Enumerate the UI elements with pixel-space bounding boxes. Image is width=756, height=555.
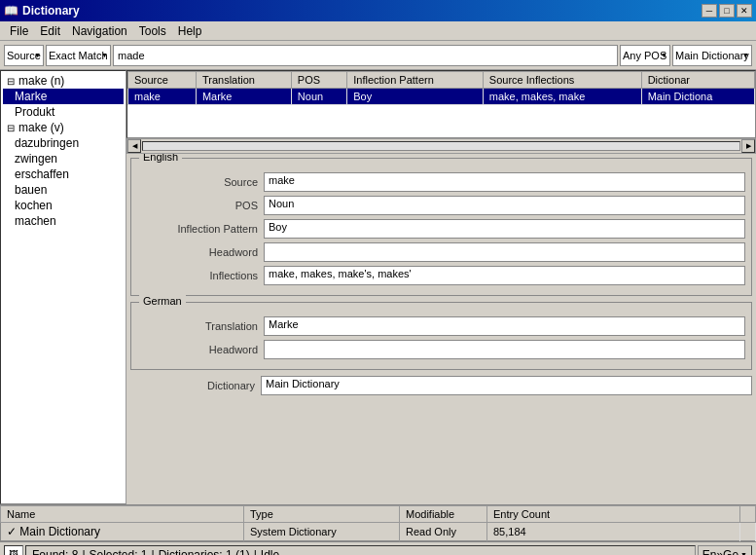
lang-button[interactable]: En»Ge ▼ [698,545,752,556]
app-icon: 📖 [4,4,18,18]
col-inflection[interactable]: Inflection Pattern [347,72,484,89]
horiz-scrollbar[interactable]: ◀ ▶ [126,138,756,154]
tree-panel: ⊟ make (n) Marke Produkt ⊟ make (v) dazu… [0,70,126,504]
results-table-wrapper: Source Translation POS Inflection Patter… [126,70,756,138]
tree-item-kochen[interactable]: kochen [3,198,124,213]
tree-item-erschaffen[interactable]: erschaffen [3,166,124,182]
tree-item-label: Produkt [15,105,54,119]
status-found: Found: 8 | Selected: 1 | Dictionaries: 1… [25,545,696,556]
tree-item-label: kochen [15,199,53,212]
menu-help[interactable]: Help [172,22,208,40]
menubar: File Edit Navigation Tools Help [0,21,756,41]
col-dictionary[interactable]: Dictionar [641,72,754,89]
tree-item-label: zwingen [15,152,57,166]
menu-file[interactable]: File [4,22,34,40]
tree-item-make-v[interactable]: ⊟ make (v) [3,120,124,135]
dict-table: Name Type Modifiable Entry Count ✓ Main … [0,505,756,541]
dictionaries-text: Dictionaries: 1 (1) [159,548,250,556]
scroll-left-btn[interactable]: ◀ [127,139,141,153]
dict-cell-name: ✓ Main Dictionary [1,523,244,541]
field-row-inflection: Inflection Pattern Boy [137,219,745,239]
menu-tools[interactable]: Tools [133,22,172,40]
tree-item-dazubringen[interactable]: dazubringen [3,135,124,151]
field-row-headword-de: Headword [137,340,745,359]
idle-text: Idle [261,548,279,556]
translation-value[interactable]: Marke [264,316,745,336]
menu-edit[interactable]: Edit [34,22,66,40]
pos-select[interactable]: Any POS [620,45,670,66]
detail-area: English Source make POS Noun Inflection … [126,154,756,504]
tree-item-machen[interactable]: machen [3,213,124,229]
dict-col-name-header[interactable]: Name [1,506,244,523]
found-text: Found: 8 [32,548,78,556]
source-label: Source [137,176,264,188]
cell-translation: Marke [196,89,291,105]
horiz-track[interactable] [142,141,740,151]
field-row-source: Source make [137,172,745,192]
source-value[interactable]: make [264,172,745,192]
english-group: English Source make POS Noun Inflection … [130,158,752,296]
right-panel: Source Translation POS Inflection Patter… [126,70,756,504]
pos-value[interactable]: Noun [264,196,745,215]
inflections-value[interactable]: make, makes, make's, makes' [264,266,745,285]
tree-item-label: dazubringen [15,136,79,150]
headword-value[interactable] [264,242,745,262]
dictionary-value[interactable]: Main Dictionary [261,376,752,395]
lang-text: En»Ge [702,548,738,556]
titlebar: 📖 Dictionary ─ □ ✕ [0,0,756,21]
field-row-inflections: Inflections make, makes, make's, makes' [137,266,745,285]
statusbar: 🖼 Found: 8 | Selected: 1 | Dictionaries:… [0,541,756,555]
col-pos[interactable]: POS [291,72,346,89]
scroll-right-btn[interactable]: ▶ [741,139,755,153]
field-row-pos: POS Noun [137,196,745,215]
col-source-inflections[interactable]: Source Inflections [483,72,641,89]
tree-item-marke[interactable]: Marke [3,89,124,104]
table-row[interactable]: make Marke Noun Boy make, makes, make Ma… [128,89,755,105]
german-group: German Translation Marke Headword [130,302,752,370]
selected-text: Selected: 1 [90,548,148,556]
tree-item-make-n[interactable]: ⊟ make (n) [3,73,124,89]
dict-col-count-header[interactable]: Entry Count [487,506,740,523]
close-button[interactable]: ✕ [737,4,752,18]
col-source[interactable]: Source [128,72,197,89]
headword-de-value[interactable] [264,340,745,359]
pos-label: POS [137,200,264,211]
dict-cell-type: System Dictionary [244,523,400,541]
menu-navigation[interactable]: Navigation [66,22,133,40]
match-select[interactable]: Exact Match [46,45,111,66]
dict-col-type-header[interactable]: Type [244,506,400,523]
sep2: | [152,548,155,556]
tree-item-label: machen [15,214,56,228]
toolbar: Source Exact Match Any POS Main Dictiona… [0,41,756,70]
minimize-button[interactable]: ─ [702,4,717,18]
dict-cell-mod: Read Only [400,523,487,541]
english-group-title: English [139,154,182,163]
search-input[interactable] [113,45,618,66]
tree-item-label: bauen [15,183,47,197]
cell-source: make [128,89,197,105]
titlebar-title: Dictionary [22,4,80,18]
maximize-button[interactable]: □ [719,4,735,18]
source-select[interactable]: Source [4,45,44,66]
dict-col-mod-header[interactable]: Modifiable [400,506,487,523]
sep: | [82,548,85,556]
dict-field-row: Dictionary Main Dictionary [134,376,752,395]
tree-item-label: Marke [15,90,47,103]
cell-inflection: Boy [347,89,484,105]
inflection-value[interactable]: Boy [264,219,745,239]
dict-table-row[interactable]: ✓ Main Dictionary System Dictionary Read… [1,523,756,541]
cell-pos: Noun [291,89,346,105]
dict-select[interactable]: Main Dictionary [672,45,752,66]
headword-de-label: Headword [137,344,264,355]
tree-item-bauen[interactable]: bauen [3,182,124,198]
field-row-translation: Translation Marke [137,316,745,336]
col-translation[interactable]: Translation [196,72,291,89]
chevron-down-icon: ▼ [740,551,747,555]
tree-item-produkt[interactable]: Produkt [3,104,124,120]
tree-item-zwingen[interactable]: zwingen [3,151,124,166]
status-icon[interactable]: 🖼 [4,545,23,556]
expand-icon: ⊟ [7,123,17,133]
tree-item-label: make (n) [18,74,64,88]
german-group-title: German [139,295,186,307]
cell-dictionary: Main Dictiona [641,89,754,105]
